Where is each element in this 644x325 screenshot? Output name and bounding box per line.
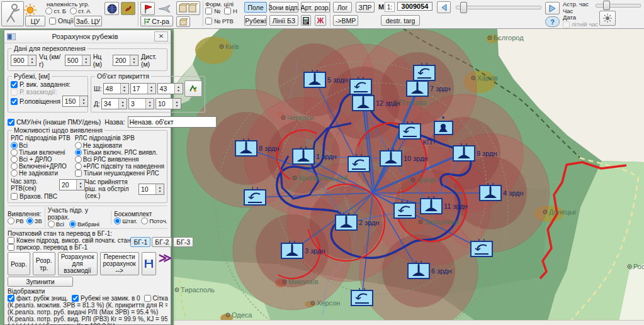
help-button[interactable]: ? — [545, 16, 560, 27]
object-name-input[interactable] — [128, 116, 217, 128]
allegiance-radio-b[interactable]: ст. Б — [45, 8, 66, 14]
bg-own-state-checkbox[interactable]: Кожен підрозд. викор. свій початк. стан — [8, 237, 130, 244]
radar-unit-icon — [350, 77, 371, 94]
cu-button[interactable]: ЦУ — [25, 16, 45, 26]
zony-vidp-button[interactable]: Зони відп. — [269, 2, 298, 13]
flag-button[interactable] — [140, 2, 155, 15]
scale-value-input[interactable] — [397, 2, 432, 11]
allegiance-radio-a[interactable]: ст. А — [70, 8, 91, 14]
brightness-slider-track[interactable] — [596, 4, 641, 8]
box-button[interactable] — [176, 16, 190, 27]
rozr-button[interactable]: Розр. — [8, 252, 30, 275]
summer-time-checkbox[interactable]: літній час — [563, 21, 598, 28]
pvs-checkbox[interactable]: Врахов. ПВС — [11, 193, 85, 200]
zupynyty-button[interactable]: Зупинити — [8, 277, 73, 287]
sam-unit-icon — [336, 212, 357, 230]
radar-unit-icon — [399, 121, 421, 139]
vyyav-rv[interactable]: РВ — [8, 218, 24, 224]
art-rozr-button[interactable]: Арт. розр. — [301, 2, 330, 13]
dialog-titlebar[interactable]: Розрахунок рубежів ✕ — [4, 30, 171, 43]
map-horizontal-scrollbar[interactable] — [174, 320, 644, 325]
linii-bz-button[interactable]: Лінії БЗ — [269, 15, 298, 26]
stra-button[interactable]: Ст-ра — [140, 16, 173, 26]
scale-slider-track[interactable] — [456, 6, 541, 9]
globe-button[interactable] — [105, 2, 119, 15]
hc-label: Нц (м) — [93, 53, 110, 68]
smu-checkbox[interactable]: СМУ/ніч (інакше ПМУ/день) — [8, 118, 101, 126]
ne-zamyk-checkbox[interactable]: Рубежі не замик. в 0 — [72, 295, 140, 302]
zpr-button[interactable]: ЗПР — [356, 2, 375, 13]
log-button[interactable]: Лог — [333, 2, 352, 13]
person-mode-button[interactable] — [1, 1, 24, 26]
sitka-checkbox[interactable]: Сітка — [144, 295, 168, 302]
pole-button[interactable]: Поле — [244, 2, 267, 13]
zrv-time-spinner[interactable]: 10▲▼ — [138, 184, 164, 195]
pick-on-map-button[interactable] — [184, 80, 202, 97]
rtv-option-1[interactable]: Тільки включені — [11, 149, 75, 156]
boek-shtat[interactable]: Штат. — [114, 218, 137, 224]
rtv-option-0[interactable]: Всі — [11, 142, 75, 149]
d-deg-spinner[interactable]: 34▲▼ — [101, 98, 127, 109]
rubezhi-button[interactable]: Рубежі — [244, 15, 267, 26]
d-sec-spinner[interactable]: 10▲▼ — [155, 98, 181, 109]
brightness-button[interactable] — [599, 11, 616, 26]
boek-potoch[interactable]: Поточ. — [141, 218, 167, 224]
uchast-vybrani[interactable]: Вибрані — [69, 221, 99, 228]
perenesty-button[interactable]: Перенести розрахунок --> — [100, 252, 139, 275]
scale-back-button[interactable] — [437, 1, 451, 13]
r-vzaem-checkbox[interactable]: Р. взаємодії: — [11, 88, 85, 96]
zrv-option-2[interactable]: Всі РЛС виявлення — [75, 156, 164, 163]
form-n-checkbox[interactable]: № — [205, 8, 220, 14]
play-icon — [549, 4, 556, 13]
rtv-option-2[interactable]: Всі + ДРЛО — [11, 156, 75, 163]
sh-deg-spinner[interactable]: 48▲▼ — [103, 83, 129, 94]
sam-unit-icon — [421, 196, 442, 214]
bg-fast-checkbox[interactable]: прискор. перевод в БГ-1 — [8, 244, 130, 251]
terrain-button[interactable] — [121, 2, 135, 15]
bg2-button[interactable]: БГ-2 — [152, 237, 172, 247]
r-opov-spinner[interactable]: 150▲▼ — [62, 96, 88, 107]
rozr-vzaem-button[interactable]: Розрахунок для взаємодії — [58, 252, 98, 275]
hc-spinner[interactable]: 500▲▼ — [65, 55, 91, 66]
vmr-button[interactable]: ->ВМР — [333, 15, 358, 26]
calculator-button[interactable] — [301, 15, 311, 26]
dist-spinner[interactable]: 200▲▼ — [113, 55, 138, 66]
close-button[interactable]: ✕ — [154, 31, 168, 41]
sam-unit-icon — [353, 93, 374, 111]
vyyav-zv[interactable]: ЗВ — [26, 218, 42, 224]
r-opov-checkbox[interactable]: Р.оповіщення — [11, 97, 60, 105]
save-button[interactable] — [142, 252, 156, 275]
r-vyk-checkbox[interactable]: Р. вик. завдання: — [11, 80, 85, 88]
fakt-znysch-checkbox[interactable]: факт. рубіж знищ. — [8, 295, 68, 302]
jet-button[interactable] — [157, 2, 173, 15]
uchast-vsi[interactable]: Всі — [48, 221, 64, 228]
options-checkbox[interactable]: Опції — [49, 17, 74, 25]
scale-slider-thumb[interactable] — [460, 2, 467, 13]
vc-spinner[interactable]: 900▲▼ — [11, 55, 37, 66]
city-marker: Кропивницький — [293, 174, 347, 182]
rozr-tr-button[interactable]: Розр. тр. — [33, 252, 55, 275]
form-h-checkbox[interactable]: Н — [224, 8, 237, 14]
d-label: Д: — [94, 100, 100, 107]
rtv-option-4[interactable]: Не задіювати — [11, 170, 75, 177]
sh-sec-spinner[interactable]: 43▲▼ — [157, 83, 183, 94]
zrv-option-3[interactable]: +РЛС підсвіту та наведення — [75, 163, 164, 170]
rtv-option-3[interactable]: Включені+ДРЛО — [11, 163, 75, 170]
city-label: Дніпро — [417, 176, 438, 184]
rtv-time-spinner[interactable]: 20▲▼ — [59, 179, 85, 190]
form-nrtv-checkbox[interactable]: № РТВ — [205, 18, 234, 25]
zab-cu-button[interactable]: Заб. ЦУ — [74, 16, 102, 26]
play-button[interactable] — [545, 2, 560, 14]
bg3-button[interactable]: БГ-3 — [173, 237, 193, 247]
sh-min-spinner[interactable]: 17▲▼ — [130, 83, 156, 94]
bg1-button[interactable]: БГ-1 — [130, 237, 150, 247]
fast-forward-button[interactable]: ≫ — [159, 252, 172, 275]
undamaged-checkbox[interactable]: Тільки неушкодженні РЛС — [75, 170, 164, 177]
brightness-slider-thumb[interactable] — [603, 1, 610, 10]
zrv-option-0[interactable]: Не задіювати — [75, 142, 164, 149]
zrv-option-1[interactable]: Тільки включ. РЛС виявл. — [75, 149, 164, 156]
destroy-mark-button[interactable]: Ж — [315, 15, 326, 26]
destr-targ-button[interactable]: destr. targ — [381, 15, 420, 26]
boxes-button[interactable] — [176, 1, 200, 15]
d-min-spinner[interactable]: 3▲▼ — [128, 98, 154, 109]
